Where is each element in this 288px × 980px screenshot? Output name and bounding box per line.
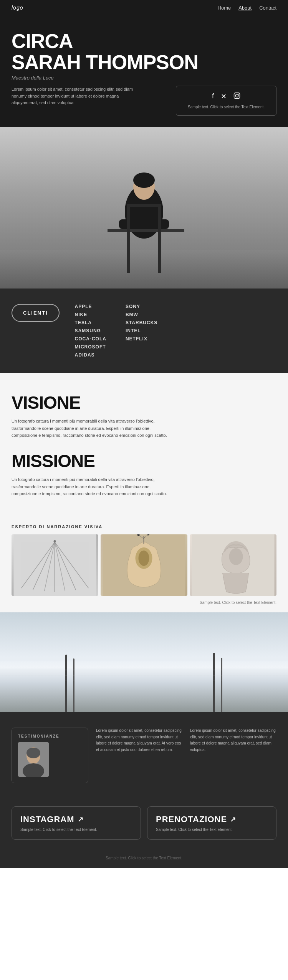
site-footer: Sample text. Click to select the Text El… — [0, 851, 288, 868]
portfolio-grid — [12, 534, 276, 596]
vision-text: Un fotografo cattura i momenti più memor… — [12, 418, 177, 439]
client-apple: APPLE — [75, 304, 106, 309]
instagram-cta-title: INSTAGRAM ↗ — [20, 814, 132, 824]
svg-point-34 — [229, 548, 243, 565]
svg-rect-0 — [234, 93, 240, 98]
instagram-arrow-icon: ↗ — [78, 815, 84, 824]
client-adidas: ADIDAS — [75, 352, 106, 358]
social-text: Sample text. Click to select the Text El… — [188, 105, 265, 109]
vision-title: VISIONE — [12, 392, 276, 413]
booking-cta-title: PRENOTAZIONE ↗ — [156, 814, 268, 824]
client-samsung: SAMSUNG — [75, 328, 106, 333]
cta-section: INSTAGRAM ↗ Sample text. Click to select… — [0, 799, 288, 851]
mission-text: Un fotografo cattura i momenti più memor… — [12, 476, 177, 497]
landscape-svg — [0, 612, 288, 712]
hero-description: Lorem ipsum dolor sit amet, consetetur s… — [12, 86, 134, 106]
svg-rect-14 — [127, 204, 161, 207]
instagram-title-text: INSTAGRAM — [20, 814, 74, 824]
booking-cta-text[interactable]: Sample text. Click to select the Text El… — [156, 827, 268, 832]
landscape-inner — [0, 612, 288, 712]
svg-point-23 — [54, 540, 56, 542]
portfolio-image-3[interactable] — [190, 534, 276, 596]
svg-rect-8 — [119, 219, 169, 229]
landscape-section — [0, 612, 288, 712]
svg-point-1 — [235, 94, 238, 97]
instagram-cta-card[interactable]: INSTAGRAM ↗ Sample text. Click to select… — [12, 806, 141, 840]
clients-list: APPLE NIKE TESLA SAMSUNG COCA-COLA MICRO… — [75, 304, 158, 358]
testimonial-card: TESTIMONIANZE — [12, 728, 88, 783]
svg-point-2 — [238, 94, 239, 95]
svg-rect-13 — [158, 204, 161, 239]
testimonials-section: TESTIMONIANZE Lorem ipsum dolor sit amet… — [0, 712, 288, 799]
nav-about[interactable]: About — [238, 5, 252, 11]
hero-subtitle: Maestro della Luce — [12, 75, 276, 81]
hero-photo — [0, 127, 288, 289]
portfolio-sample-text[interactable]: Sample text. Click to select the Text El… — [12, 600, 276, 605]
social-icons: f ✕ — [212, 92, 240, 101]
svg-rect-39 — [73, 658, 74, 712]
testimonial-text-1: Lorem ipsum dolor sit amet, consetetur s… — [96, 728, 182, 753]
hero-photo-placeholder — [0, 127, 288, 289]
svg-rect-11 — [158, 239, 161, 273]
portfolio-label: ESPERTO DI NARRAZIONE VISIVA — [12, 524, 276, 529]
facebook-icon[interactable]: f — [212, 92, 214, 101]
portfolio-section: ESPERTO DI NARRAZIONE VISIVA — [0, 521, 288, 612]
testimonial-text-2: Lorem ipsum dolor sit amet, consetetur s… — [190, 728, 276, 753]
hero-title: CIRCA SARAH THOMPSON — [12, 31, 276, 73]
hero-social-box: f ✕ Sample text. Click to select the Tex… — [176, 86, 276, 116]
client-nike: NIKE — [75, 312, 106, 317]
mission-title: MISSIONE — [12, 451, 276, 471]
booking-cta-card[interactable]: PRENOTAZIONE ↗ Sample text. Click to sel… — [147, 806, 276, 840]
testimonial-label: TESTIMONIANZE — [18, 734, 82, 738]
instagram-icon[interactable] — [233, 92, 240, 101]
client-microsoft: MICROSOFT — [75, 344, 106, 350]
client-bmw: BMW — [126, 312, 157, 317]
twitter-icon[interactable]: ✕ — [221, 92, 227, 101]
svg-point-26 — [139, 551, 149, 566]
nav-home[interactable]: Home — [218, 5, 231, 11]
booking-title-text: PRENOTAZIONE — [156, 814, 227, 824]
instagram-cta-text[interactable]: Sample text. Click to select the Text El… — [20, 827, 132, 832]
vision-mission-section: VISIONE Un fotografo cattura i momenti p… — [0, 373, 288, 521]
svg-point-47 — [26, 748, 40, 758]
footer-text: Sample text. Click to select the Text El… — [12, 856, 276, 860]
svg-rect-37 — [0, 658, 288, 661]
nav-contact[interactable]: Contact — [259, 5, 276, 11]
svg-rect-40 — [213, 653, 215, 712]
svg-rect-9 — [108, 229, 184, 232]
svg-rect-12 — [127, 204, 130, 239]
clients-section: CLIENTI APPLE NIKE TESLA SAMSUNG COCA-CO… — [0, 289, 288, 373]
booking-arrow-icon: ↗ — [230, 815, 236, 824]
client-tesla: TESLA — [75, 320, 106, 325]
portfolio-image-2[interactable] — [101, 534, 187, 596]
client-coca-cola: COCA-COLA — [75, 336, 106, 342]
client-starbucks: STARBUCKS — [126, 320, 157, 325]
client-sony: SONY — [126, 304, 157, 309]
logo: logo — [12, 5, 23, 11]
svg-point-7 — [133, 172, 155, 188]
main-nav: Home About Contact — [218, 5, 276, 11]
svg-rect-10 — [127, 239, 130, 273]
clients-col-1: APPLE NIKE TESLA SAMSUNG COCA-COLA MICRO… — [75, 304, 106, 358]
portfolio-image-1[interactable] — [12, 534, 98, 596]
svg-rect-38 — [65, 655, 67, 712]
site-header: logo Home About Contact — [0, 0, 288, 15]
testimonial-avatar — [18, 742, 49, 777]
clients-col-2: SONY BMW STARBUCKS INTEL NETFLIX — [126, 304, 157, 358]
hero-section: CIRCA SARAH THOMPSON Maestro della Luce … — [0, 15, 288, 127]
clients-button[interactable]: CLIENTI — [12, 304, 60, 322]
client-intel: INTEL — [126, 328, 157, 333]
svg-rect-36 — [0, 612, 288, 712]
client-netflix: NETFLIX — [126, 336, 157, 342]
svg-rect-4 — [0, 250, 288, 289]
hero-photo-svg — [0, 127, 288, 289]
svg-rect-41 — [221, 658, 222, 712]
